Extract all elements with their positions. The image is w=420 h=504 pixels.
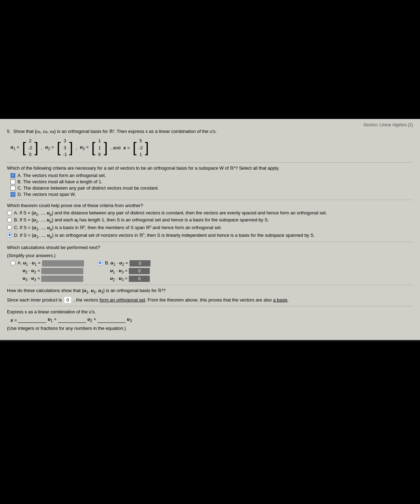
- blank-coeff-3[interactable]: [98, 317, 126, 323]
- calculations-area: A. u1 · u1 = u2 · u2 = u3 · u3 = B. u1: [10, 260, 413, 282]
- u1-term: u1 +: [48, 317, 56, 323]
- u1-matrix: [ 2 -2 0 ]: [22, 137, 38, 159]
- u3-term: u3: [127, 317, 132, 323]
- option-q2-c-label: C. If S = {u1, ..., up} is a basis in ℝp…: [14, 225, 222, 231]
- value-u1u2: 0: [130, 260, 150, 267]
- calc-option-a[interactable]: A. u1 · u1 = u2 · u2 = u3 · u3 =: [10, 260, 84, 282]
- calc-col-b: B. u1 · u2 = 0 u1 · u3 = 0 u2 · u3 = 0: [105, 260, 150, 282]
- option-q2-d-label: D. If S = {u1, ..., up} is an orthogonal…: [14, 232, 315, 239]
- bracket-left: [: [22, 141, 26, 155]
- question4-text: How do these calculations show that {u1,…: [7, 288, 166, 294]
- blank-coeff-2[interactable]: [58, 317, 86, 323]
- option-q1-b[interactable]: B. The vectors must all have a length of…: [10, 179, 413, 184]
- x-var: x =: [10, 318, 17, 323]
- value-u1u3: 0: [129, 268, 150, 274]
- u2-label: u2 =: [45, 144, 54, 151]
- checkbox-q1-c[interactable]: [10, 186, 15, 191]
- comma2: ,: [76, 145, 77, 150]
- x-label: x =: [124, 145, 130, 150]
- option-q2-b[interactable]: B. If S = {u1, ..., up} and each ui has …: [7, 217, 413, 223]
- and-label: , and: [111, 145, 121, 150]
- input-u1u1[interactable]: [42, 260, 84, 267]
- option-q2-d[interactable]: D. If S = {u1, ..., up} is an orthogonal…: [7, 232, 413, 239]
- input-u2u2[interactable]: [41, 268, 83, 274]
- since-label: Since each inner product is: [7, 297, 62, 303]
- problem-number: 5: [7, 129, 9, 134]
- problem-text: Show that {u₁, u₂, u₃} is an orthogonal …: [13, 129, 217, 134]
- value-u2u3: 0: [129, 276, 150, 282]
- option-q1-d[interactable]: D. The vectors must span W.: [10, 192, 413, 197]
- answer-continuation: , the vectors form an orthogonal set. Fr…: [74, 297, 289, 303]
- question4-answer: Since each inner product is 0 , the vect…: [7, 297, 413, 303]
- option-q1-c[interactable]: C. The distance between any pair of dist…: [10, 185, 413, 191]
- option-q1-c-label: C. The distance between any pair of dist…: [18, 185, 159, 191]
- bottom-bar: [0, 340, 420, 361]
- checkbox-q1-d[interactable]: [10, 192, 15, 197]
- u2-matrix: [ 3 3 -1 ]: [57, 137, 73, 159]
- x-matrix: [ 5 -2 1 ]: [133, 137, 149, 159]
- calc-row-u1u2: B. u1 · u2 = 0: [105, 260, 150, 267]
- checkbox-q1-b[interactable]: [10, 179, 15, 184]
- question3-subtext: (Simplify your answers.): [7, 253, 413, 258]
- question5-text: Express x as a linear combination of the…: [7, 309, 413, 314]
- question1-options: A. The vectors must form an orthogonal s…: [10, 173, 413, 197]
- option-q1-d-label: D. The vectors must span W.: [18, 192, 76, 197]
- u3-label: u3 =: [80, 144, 89, 151]
- calc-option-b[interactable]: B. u1 · u2 = 0 u1 · u3 = 0 u2 · u3 = 0: [98, 260, 150, 282]
- blank-coeff-1[interactable]: [18, 317, 46, 323]
- u1-label: u1 =: [10, 144, 19, 151]
- answer-value-box: 0: [64, 297, 71, 303]
- page-title: Section: Linear Algebra (2): [7, 122, 413, 127]
- bracket-right: ]: [34, 141, 38, 155]
- u3-matrix: [ 1 1 6 ]: [91, 137, 107, 159]
- question5-note: (Use integers or fractions for any numbe…: [7, 326, 413, 331]
- radio-q3-a[interactable]: [10, 261, 15, 265]
- option-q1-a-label: A. The vectors must form an orthogonal s…: [18, 173, 106, 178]
- vectors-display: u1 = [ 2 -2 0 ] , u2 = [ 3 3 -1 ] , u3 =: [10, 137, 413, 159]
- checkbox-q1-a[interactable]: [10, 173, 15, 178]
- radio-q2-b[interactable]: [7, 218, 12, 222]
- question1-text: Which of the following criteria are nece…: [7, 165, 413, 171]
- comma1: ,: [41, 145, 42, 150]
- option-q2-a-label: A. If S = {u1, ..., up} and the distance…: [14, 210, 327, 216]
- radio-q2-a[interactable]: [7, 211, 12, 215]
- option-q2-c[interactable]: C. If S = {u1, ..., up} is a basis in ℝp…: [7, 225, 413, 231]
- radio-q2-d[interactable]: [7, 233, 12, 237]
- calc-row-u2u3: u2 · u3 = 0: [105, 276, 150, 282]
- question3-text: Which calculations should be performed n…: [7, 245, 413, 250]
- question2-options: A. If S = {u1, ..., up} and the distance…: [7, 210, 413, 239]
- u2-term: u2 +: [88, 317, 96, 323]
- radio-q3-b[interactable]: [98, 261, 103, 265]
- calc-row-u3u3: u3 · u3 =: [18, 276, 84, 282]
- calc-col-a: A. u1 · u1 = u2 · u2 = u3 · u3 =: [18, 260, 84, 282]
- express-equation: x = u1 + u2 + u3: [10, 317, 413, 323]
- input-u3u3[interactable]: [41, 276, 83, 282]
- question5-section: Express x as a linear combination of the…: [7, 309, 413, 331]
- problem-statement: 5 Show that {u₁, u₂, u₃} is an orthogona…: [7, 129, 413, 134]
- option-q2-b-label: B. If S = {u1, ..., up} and each ui has …: [14, 217, 269, 223]
- question4-area: How do these calculations show that {u1,…: [7, 288, 413, 294]
- question2-text: Which theorem could help prove one of th…: [7, 203, 413, 208]
- option-q2-a[interactable]: A. If S = {u1, ..., up} and the distance…: [7, 210, 413, 216]
- calc-row-u1u3: u1 · u3 = 0: [105, 268, 150, 274]
- option-q1-a[interactable]: A. The vectors must form an orthogonal s…: [10, 173, 413, 178]
- radio-q2-c[interactable]: [7, 225, 12, 230]
- calc-row-u2u2: u2 · u2 =: [18, 268, 84, 274]
- option-q1-b-label: B. The vectors must all have a length of…: [18, 179, 103, 184]
- calc-row-u1u1: A. u1 · u1 =: [18, 260, 84, 267]
